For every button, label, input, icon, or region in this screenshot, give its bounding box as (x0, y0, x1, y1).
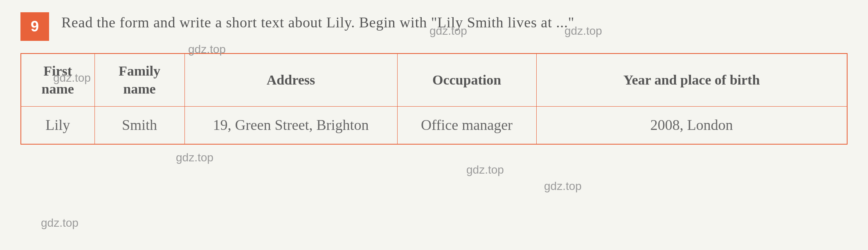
cell-first-name: Lily (21, 107, 94, 144)
watermark-4: gdz.top (564, 25, 602, 38)
watermark-1: gdz.top (53, 71, 91, 85)
page-container: gdz.top gdz.top gdz.top gdz.top gdz.top … (0, 0, 868, 250)
table-header-row: First name Family name Address Occupatio… (21, 54, 847, 107)
header-year-place: Year and place of birth (536, 54, 847, 107)
cell-year-place: 2008, London (536, 107, 847, 144)
watermark-2: gdz.top (188, 43, 226, 56)
exercise-number: 9 (20, 12, 49, 41)
data-table: First name Family name Address Occupatio… (20, 53, 848, 145)
watermark-3: gdz.top (430, 25, 467, 38)
header-family-name: Family name (94, 54, 184, 107)
watermark-5: gdz.top (176, 151, 214, 164)
exercise-instruction: Read the form and write a short text abo… (61, 12, 574, 33)
watermark-8: gdz.top (41, 217, 79, 230)
table-row: Lily Smith 19, Green Street, Brighton Of… (21, 107, 847, 144)
watermark-6: gdz.top (466, 163, 504, 176)
cell-occupation: Office manager (397, 107, 536, 144)
cell-family-name: Smith (94, 107, 184, 144)
header-occupation: Occupation (397, 54, 536, 107)
watermark-7: gdz.top (544, 180, 582, 193)
cell-address: 19, Green Street, Brighton (184, 107, 397, 144)
header-address: Address (184, 54, 397, 107)
